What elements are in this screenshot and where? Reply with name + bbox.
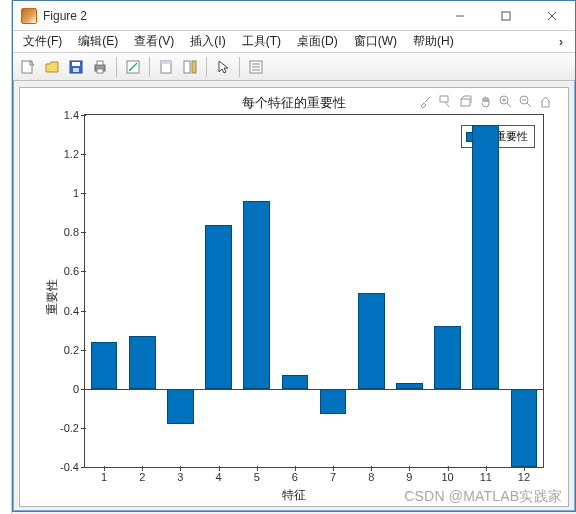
svg-rect-7 <box>73 68 79 72</box>
baseline <box>85 389 543 390</box>
svg-line-25 <box>507 103 511 107</box>
svg-line-29 <box>527 103 531 107</box>
y-tick: 1.2 <box>64 148 85 160</box>
figure-toolbar <box>13 53 575 81</box>
x-tick: 2 <box>139 467 145 483</box>
x-tick: 10 <box>441 467 453 483</box>
bar[interactable] <box>205 225 232 389</box>
bar[interactable] <box>167 389 194 424</box>
window-title: Figure 2 <box>43 9 87 23</box>
toolbar-separator <box>239 57 240 77</box>
y-axis-label: 重要性 <box>44 279 61 315</box>
maximize-button[interactable] <box>483 1 529 31</box>
window-buttons <box>437 1 575 31</box>
svg-rect-10 <box>97 69 103 73</box>
x-tick: 7 <box>330 467 336 483</box>
bar[interactable] <box>91 342 118 389</box>
x-tick: 5 <box>254 467 260 483</box>
y-tick: 1.4 <box>64 109 85 121</box>
bar[interactable] <box>243 201 270 389</box>
figure-canvas: 每个特征的重要性 重要性 特征 重要性 -0.4-0.200.20.40.60.… <box>19 87 569 507</box>
toolbar-separator <box>116 57 117 77</box>
menu-help[interactable]: 帮助(H) <box>407 31 460 52</box>
toolbar-separator <box>149 57 150 77</box>
menubar: 文件(F) 编辑(E) 查看(V) 插入(I) 工具(T) 桌面(D) 窗口(W… <box>13 31 575 53</box>
pointer-icon[interactable] <box>212 56 234 78</box>
titlebar[interactable]: Figure 2 <box>13 1 575 31</box>
menu-file[interactable]: 文件(F) <box>17 31 68 52</box>
save-icon[interactable] <box>65 56 87 78</box>
y-tick: 0 <box>73 383 85 395</box>
svg-rect-21 <box>440 96 448 102</box>
datatip-icon[interactable] <box>438 94 452 108</box>
svg-rect-23 <box>461 99 470 106</box>
pan-icon[interactable] <box>478 94 492 108</box>
y-tick: -0.2 <box>60 422 85 434</box>
x-tick: 12 <box>518 467 530 483</box>
y-tick: 0.4 <box>64 305 85 317</box>
x-tick: 6 <box>292 467 298 483</box>
bar[interactable] <box>358 293 385 389</box>
axes[interactable]: 重要性 -0.4-0.200.20.40.60.811.21.412345678… <box>84 114 544 468</box>
x-tick: 9 <box>406 467 412 483</box>
menu-tools[interactable]: 工具(T) <box>236 31 287 52</box>
bar[interactable] <box>129 336 156 389</box>
x-tick: 3 <box>177 467 183 483</box>
open-icon[interactable] <box>41 56 63 78</box>
close-button[interactable] <box>529 1 575 31</box>
svg-rect-16 <box>192 61 196 73</box>
legend-label: 重要性 <box>495 129 528 144</box>
rotate-icon[interactable] <box>458 94 472 108</box>
x-tick: 11 <box>480 467 492 483</box>
menu-window[interactable]: 窗口(W) <box>348 31 403 52</box>
matlab-icon <box>21 8 37 24</box>
link-axes-icon[interactable] <box>155 56 177 78</box>
x-tick: 4 <box>216 467 222 483</box>
menu-edit[interactable]: 编辑(E) <box>72 31 124 52</box>
brush-icon[interactable] <box>418 94 432 108</box>
property-icon[interactable] <box>245 56 267 78</box>
toolbar-separator <box>206 57 207 77</box>
x-tick: 1 <box>101 467 107 483</box>
bar[interactable] <box>472 125 499 389</box>
bar[interactable] <box>320 389 347 414</box>
menu-desktop[interactable]: 桌面(D) <box>291 31 344 52</box>
home-icon[interactable] <box>538 94 552 108</box>
edit-plot-icon[interactable] <box>122 56 144 78</box>
svg-line-22 <box>445 102 449 107</box>
zoom-out-icon[interactable] <box>518 94 532 108</box>
bar[interactable] <box>282 375 309 389</box>
y-tick: 0.2 <box>64 344 85 356</box>
axes-toolbar <box>418 94 552 108</box>
menu-insert[interactable]: 插入(I) <box>184 31 231 52</box>
watermark: CSDN @MATLAB实践家 <box>404 488 562 506</box>
minimize-button[interactable] <box>437 1 483 31</box>
svg-rect-14 <box>161 61 171 64</box>
print-icon[interactable] <box>89 56 111 78</box>
figure-window: Figure 2 文件(F) 编辑(E) 查看(V) 插入(I) 工具(T) 桌… <box>12 0 576 512</box>
menu-view[interactable]: 查看(V) <box>128 31 180 52</box>
y-tick: -0.4 <box>60 461 85 473</box>
y-tick: 0.8 <box>64 226 85 238</box>
svg-rect-15 <box>184 61 190 73</box>
bar[interactable] <box>396 383 423 389</box>
zoom-in-icon[interactable] <box>498 94 512 108</box>
menu-prompt-icon[interactable]: › <box>559 35 571 49</box>
editor-gutter <box>0 0 12 514</box>
bar[interactable] <box>434 326 461 389</box>
svg-rect-9 <box>97 61 103 65</box>
svg-rect-1 <box>502 12 510 20</box>
y-tick: 0.6 <box>64 265 85 277</box>
svg-rect-6 <box>72 62 80 66</box>
new-figure-icon[interactable] <box>17 56 39 78</box>
insert-colorbar-icon[interactable] <box>179 56 201 78</box>
x-tick: 8 <box>368 467 374 483</box>
y-tick: 1 <box>73 187 85 199</box>
bar[interactable] <box>511 389 538 467</box>
